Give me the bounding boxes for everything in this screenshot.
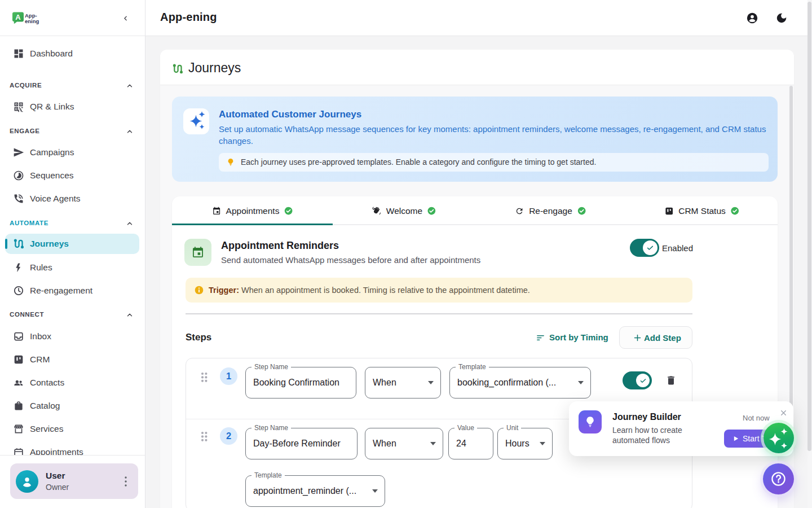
svg-text:A: A xyxy=(15,13,21,21)
